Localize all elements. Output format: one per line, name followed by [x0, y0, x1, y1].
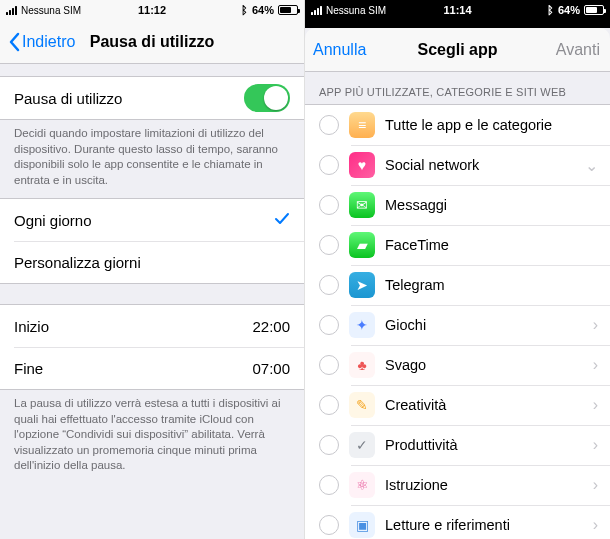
modal-title: Scegli app — [417, 41, 497, 59]
item-label: Social network — [385, 157, 585, 173]
app-category-list: ≡Tutte le app e le categorie♥Social netw… — [305, 104, 610, 539]
app-icon: ♣ — [349, 352, 375, 378]
chevron-left-icon — [8, 32, 20, 52]
item-label: Letture e riferimenti — [385, 517, 593, 533]
downtime-toggle-row[interactable]: Pausa di utilizzo — [0, 77, 304, 119]
item-label: Produttività — [385, 437, 593, 453]
downtime-switch[interactable] — [244, 84, 290, 112]
list-item[interactable]: ♣Svago› — [305, 345, 610, 385]
list-item[interactable]: ✉Messaggi — [305, 185, 610, 225]
radio-button[interactable] — [319, 315, 339, 335]
app-icon: ♥ — [349, 152, 375, 178]
radio-button[interactable] — [319, 155, 339, 175]
chevron-icon: ⌄ — [585, 156, 598, 175]
app-icon: ✦ — [349, 312, 375, 338]
app-icon: ✉ — [349, 192, 375, 218]
everyday-row[interactable]: Ogni giorno — [0, 199, 304, 241]
app-icon: ≡ — [349, 112, 375, 138]
app-icon: ✎ — [349, 392, 375, 418]
end-label: Fine — [14, 360, 252, 377]
list-item[interactable]: ➤Telegram — [305, 265, 610, 305]
radio-button[interactable] — [319, 355, 339, 375]
app-icon: ➤ — [349, 272, 375, 298]
start-value: 22:00 — [252, 318, 290, 335]
chevron-icon: › — [593, 316, 598, 334]
customize-days-row[interactable]: Personalizza giorni — [0, 241, 304, 283]
end-value: 07:00 — [252, 360, 290, 377]
clock: 11:12 — [0, 4, 304, 16]
chevron-icon: › — [593, 396, 598, 414]
app-icon: ✓ — [349, 432, 375, 458]
app-icon: ▣ — [349, 512, 375, 538]
item-label: FaceTime — [385, 237, 610, 253]
checkmark-icon — [274, 211, 290, 230]
everyday-label: Ogni giorno — [14, 212, 274, 229]
modal-backdrop — [305, 20, 610, 28]
item-label: Istruzione — [385, 477, 593, 493]
page-title: Pausa di utilizzo — [90, 33, 214, 51]
downtime-description: Decidi quando impostare limitazioni di u… — [0, 120, 304, 198]
downtime-footer: La pausa di utilizzo verrà estesa a tutt… — [0, 390, 304, 484]
section-header: APP PIÙ UTILIZZATE, CATEGORIE E SITI WEB — [305, 72, 610, 104]
radio-button[interactable] — [319, 435, 339, 455]
back-label: Indietro — [22, 33, 75, 51]
radio-button[interactable] — [319, 395, 339, 415]
chevron-icon: › — [593, 516, 598, 534]
app-icon: ▰ — [349, 232, 375, 258]
item-label: Messaggi — [385, 197, 610, 213]
status-bar: Nessuna SIM 11:12 ᛒ 64% — [0, 0, 304, 20]
list-item[interactable]: ✎Creatività› — [305, 385, 610, 425]
radio-button[interactable] — [319, 115, 339, 135]
radio-button[interactable] — [319, 235, 339, 255]
cancel-button[interactable]: Annulla — [313, 41, 366, 59]
toggle-label: Pausa di utilizzo — [14, 90, 244, 107]
nav-bar: Indietro Pausa di utilizzo — [0, 20, 304, 64]
item-label: Creatività — [385, 397, 593, 413]
list-item[interactable]: ♥Social network⌄ — [305, 145, 610, 185]
battery-icon — [584, 5, 604, 15]
back-button[interactable]: Indietro — [8, 32, 75, 52]
item-label: Svago — [385, 357, 593, 373]
radio-button[interactable] — [319, 475, 339, 495]
modal-nav-bar: Annulla Scegli app Avanti — [305, 28, 610, 72]
status-bar: Nessuna SIM 11:14 ᛒ 64% — [305, 0, 610, 20]
list-item[interactable]: ✓Produttività› — [305, 425, 610, 465]
downtime-settings-screen: Nessuna SIM 11:12 ᛒ 64% Indietro Pausa d… — [0, 0, 305, 539]
customize-days-label: Personalizza giorni — [14, 254, 290, 271]
battery-icon — [278, 5, 298, 15]
radio-button[interactable] — [319, 195, 339, 215]
list-item[interactable]: ▰FaceTime — [305, 225, 610, 265]
chevron-icon: › — [593, 356, 598, 374]
item-label: Giochi — [385, 317, 593, 333]
app-icon: ⚛ — [349, 472, 375, 498]
list-item[interactable]: ≡Tutte le app e le categorie — [305, 105, 610, 145]
start-label: Inizio — [14, 318, 252, 335]
end-time-row[interactable]: Fine 07:00 — [0, 347, 304, 389]
item-label: Telegram — [385, 277, 610, 293]
clock: 11:14 — [305, 4, 610, 16]
chevron-icon: › — [593, 436, 598, 454]
radio-button[interactable] — [319, 275, 339, 295]
list-item[interactable]: ▣Letture e riferimenti› — [305, 505, 610, 539]
radio-button[interactable] — [319, 515, 339, 535]
start-time-row[interactable]: Inizio 22:00 — [0, 305, 304, 347]
item-label: Tutte le app e le categorie — [385, 117, 610, 133]
chevron-icon: › — [593, 476, 598, 494]
list-item[interactable]: ⚛Istruzione› — [305, 465, 610, 505]
next-button[interactable]: Avanti — [556, 41, 600, 59]
choose-apps-screen: Nessuna SIM 11:14 ᛒ 64% Annulla Scegli a… — [305, 0, 610, 539]
list-item[interactable]: ✦Giochi› — [305, 305, 610, 345]
